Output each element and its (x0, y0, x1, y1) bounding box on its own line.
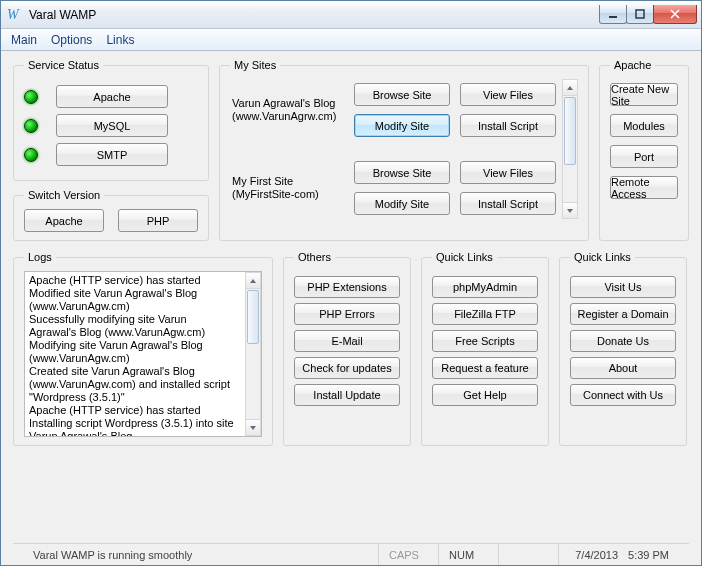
my-sites-list: Varun Agrawal's Blog (www.VarunAgrw.cm) … (230, 79, 556, 219)
connect-button[interactable]: Connect with Us (570, 384, 676, 406)
led-mysql-icon (24, 119, 38, 133)
window-title: Varal WAMP (29, 8, 600, 22)
modify-site-button[interactable]: Modify Site (354, 114, 450, 137)
logs-group: Logs Apache (HTTP service) has startedMo… (13, 251, 273, 446)
menu-main[interactable]: Main (11, 33, 37, 47)
create-new-site-button[interactable]: Create New Site (610, 83, 678, 106)
switch-version-group: Switch Version Apache PHP (13, 189, 209, 241)
filezilla-button[interactable]: FileZilla FTP (432, 303, 538, 325)
status-bar: Varal WAMP is running smoothly CAPS NUM … (13, 543, 689, 565)
menu-links[interactable]: Links (106, 33, 134, 47)
phpmyadmin-button[interactable]: phpMyAdmin (432, 276, 538, 298)
others-legend: Others (294, 251, 335, 263)
service-smtp-button[interactable]: SMTP (56, 143, 168, 166)
quick-links-legend-1: Quick Links (432, 251, 497, 263)
install-script-button[interactable]: Install Script (460, 114, 556, 137)
app-icon: W (7, 7, 23, 23)
minimize-button[interactable] (599, 5, 627, 24)
apache-group: Apache Create New Site Modules Port Remo… (599, 59, 689, 241)
close-button[interactable] (653, 5, 697, 24)
scroll-thumb[interactable] (564, 97, 576, 165)
scroll-down-icon[interactable] (563, 202, 577, 218)
status-message: Varal WAMP is running smoothly (23, 544, 379, 565)
register-domain-button[interactable]: Register a Domain (570, 303, 676, 325)
service-status-group: Service Status Apache MySQL SMTP (13, 59, 209, 181)
donate-button[interactable]: Donate Us (570, 330, 676, 352)
service-status-legend: Service Status (24, 59, 103, 71)
logs-legend: Logs (24, 251, 56, 263)
my-sites-group: My Sites Varun Agrawal's Blog (www.Varun… (219, 59, 589, 241)
status-caps: CAPS (379, 544, 439, 565)
browse-site-button[interactable]: Browse Site (354, 83, 450, 106)
about-button[interactable]: About (570, 357, 676, 379)
view-files-button[interactable]: View Files (460, 83, 556, 106)
led-smtp-icon (24, 148, 38, 162)
status-scrl (499, 544, 559, 565)
logs-textarea[interactable]: Apache (HTTP service) has startedModifie… (25, 272, 239, 436)
maximize-button[interactable] (626, 5, 654, 24)
status-datetime: 7/4/2013 5:39 PM (559, 544, 679, 565)
led-apache-icon (24, 90, 38, 104)
site-block: Varun Agrawal's Blog (www.VarunAgrw.cm) … (232, 83, 556, 137)
view-files-button[interactable]: View Files (460, 161, 556, 184)
my-sites-legend: My Sites (230, 59, 280, 71)
free-scripts-button[interactable]: Free Scripts (432, 330, 538, 352)
titlebar: W Varal WAMP (1, 1, 701, 29)
check-updates-button[interactable]: Check for updates (294, 357, 400, 379)
app-window: W Varal WAMP Main Options Links Service … (0, 0, 702, 566)
menu-options[interactable]: Options (51, 33, 92, 47)
port-button[interactable]: Port (610, 145, 678, 168)
browse-site-button[interactable]: Browse Site (354, 161, 450, 184)
site-name: My First Site (MyFirstSite-com) (232, 175, 344, 201)
site-block: My First Site (MyFirstSite-com) Browse S… (232, 161, 556, 215)
others-group: Others PHP Extensions PHP Errors E-Mail … (283, 251, 411, 446)
visit-us-button[interactable]: Visit Us (570, 276, 676, 298)
php-extensions-button[interactable]: PHP Extensions (294, 276, 400, 298)
switch-php-button[interactable]: PHP (118, 209, 198, 232)
request-feature-button[interactable]: Request a feature (432, 357, 538, 379)
scroll-up-icon[interactable] (563, 80, 577, 96)
scroll-down-icon[interactable] (246, 419, 260, 435)
menubar: Main Options Links (1, 29, 701, 51)
my-sites-scrollbar[interactable] (562, 79, 578, 219)
get-help-button[interactable]: Get Help (432, 384, 538, 406)
modules-button[interactable]: Modules (610, 114, 678, 137)
install-script-button[interactable]: Install Script (460, 192, 556, 215)
svg-rect-1 (636, 10, 644, 18)
remote-access-button[interactable]: Remote Access (610, 176, 678, 199)
modify-site-button[interactable]: Modify Site (354, 192, 450, 215)
scroll-up-icon[interactable] (246, 273, 260, 289)
install-update-button[interactable]: Install Update (294, 384, 400, 406)
client-area: Service Status Apache MySQL SMTP (1, 51, 701, 565)
svg-rect-0 (609, 16, 617, 18)
quick-links-group-1: Quick Links phpMyAdmin FileZilla FTP Fre… (421, 251, 549, 446)
scroll-thumb[interactable] (247, 290, 259, 344)
quick-links-group-2: Quick Links Visit Us Register a Domain D… (559, 251, 687, 446)
switch-version-legend: Switch Version (24, 189, 104, 201)
php-errors-button[interactable]: PHP Errors (294, 303, 400, 325)
logs-scrollbar[interactable] (245, 272, 261, 436)
switch-apache-button[interactable]: Apache (24, 209, 104, 232)
service-mysql-button[interactable]: MySQL (56, 114, 168, 137)
quick-links-legend-2: Quick Links (570, 251, 635, 263)
status-num: NUM (439, 544, 499, 565)
site-name: Varun Agrawal's Blog (www.VarunAgrw.cm) (232, 97, 344, 123)
service-apache-button[interactable]: Apache (56, 85, 168, 108)
email-button[interactable]: E-Mail (294, 330, 400, 352)
apache-legend: Apache (610, 59, 655, 71)
